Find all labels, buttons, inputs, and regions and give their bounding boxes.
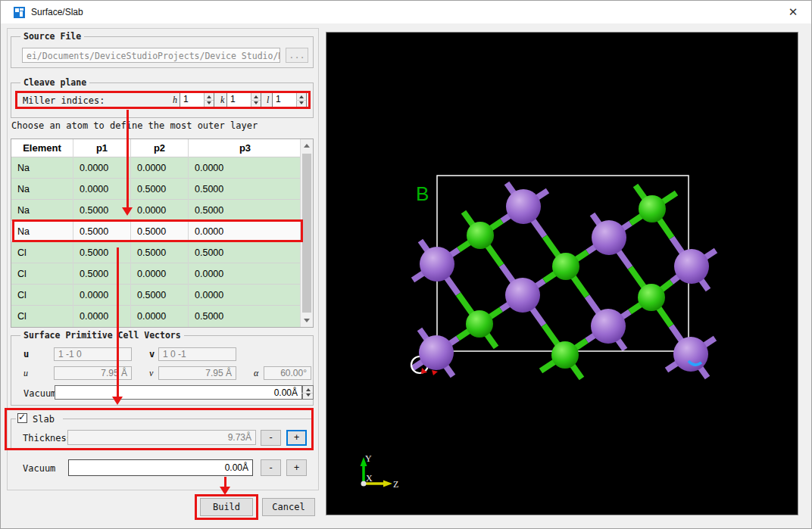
slab-checkbox-label: Slab — [33, 414, 55, 425]
na-atom[interactable] — [420, 247, 454, 282]
v-vector-field: 1 0 -1 — [158, 347, 236, 361]
header-p1: p1 — [73, 139, 131, 157]
na-atom[interactable] — [674, 249, 709, 284]
vacuum-bottom-label: Vacuum — [23, 463, 55, 474]
miller-l-spinbox[interactable]: 1 — [272, 92, 307, 107]
app-icon — [14, 7, 25, 18]
vacuum-top-spinner[interactable] — [302, 385, 314, 400]
table-row[interactable]: Cl0.50000.50000.5000 — [11, 242, 300, 263]
spin-up-icon[interactable] — [207, 95, 211, 98]
u-length-label: u — [23, 368, 28, 379]
cl-atom[interactable] — [639, 195, 666, 222]
cl-atom[interactable] — [552, 253, 579, 280]
axis-triad: Y X Z — [361, 453, 399, 490]
cleave-plane-group-label: Cleave plane — [20, 77, 89, 88]
spin-up-icon[interactable] — [299, 95, 304, 98]
y-axis-label: Y — [365, 453, 372, 464]
thickness-field: 9.73Å — [67, 430, 256, 445]
u-length-field: 7.95 Å — [54, 366, 132, 380]
scroll-up-button[interactable] — [301, 139, 313, 152]
scroll-down-icon — [304, 319, 310, 322]
miller-indices-label: Miller indices: — [23, 95, 105, 106]
atom-table[interactable]: Element p1 p2 p3 Na0.00000.00000.0000 Na… — [11, 138, 314, 328]
na-atom[interactable] — [505, 278, 540, 313]
cl-atom[interactable] — [638, 284, 665, 311]
miller-l-label: l — [267, 95, 269, 106]
table-row[interactable]: Cl0.00000.00000.5000 — [11, 306, 300, 327]
na-atom[interactable] — [506, 189, 541, 224]
x-axis-label: X — [366, 473, 373, 484]
alpha-field: 60.00° — [264, 366, 311, 380]
cancel-button[interactable]: Cancel — [262, 498, 315, 516]
scrollbar-thumb[interactable] — [302, 154, 311, 313]
na-atom[interactable] — [592, 220, 626, 255]
na-atom[interactable] — [419, 335, 454, 370]
table-header: Element p1 p2 p3 — [11, 139, 300, 157]
table-caption: Choose an atom to define the most outer … — [11, 120, 258, 131]
thickness-label: Thickness — [23, 433, 72, 443]
v-length-label: v — [149, 368, 153, 379]
cl-atom[interactable] — [467, 222, 494, 249]
u-vector-label: u — [23, 349, 29, 359]
cell-b-label: B — [416, 182, 429, 205]
cl-atom[interactable] — [466, 310, 493, 338]
header-p2: p2 — [131, 139, 189, 157]
vacuum-top-label: Vacuum — [23, 388, 56, 399]
table-row[interactable]: Na0.00000.00000.0000 — [11, 157, 300, 179]
vacuum-top-field[interactable]: 0.00Å — [55, 385, 302, 400]
scroll-down-button[interactable] — [301, 314, 313, 327]
spin-up-icon[interactable] — [306, 388, 311, 391]
spin-down-icon[interactable] — [207, 101, 211, 104]
source-file-path-field: ei/Documents/DeviceStudioProjects/Device… — [22, 48, 280, 63]
miller-k-label: k — [220, 95, 224, 106]
table-row[interactable]: Cl0.50000.00000.0000 — [11, 263, 300, 285]
z-axis-arrow-icon — [383, 481, 392, 487]
spin-up-icon[interactable] — [254, 95, 258, 98]
table-row[interactable]: Na0.00000.50000.5000 — [11, 179, 300, 200]
cell-vectors-group-label: Surface Primitive Cell Vectors — [20, 330, 184, 341]
cl-atom[interactable] — [551, 341, 579, 369]
browse-button: ... — [286, 48, 308, 63]
thickness-plus-button[interactable]: + — [286, 430, 307, 446]
surface-slab-dialog: { "window": { "title": "Surface/Slab", "… — [0, 0, 812, 529]
z-axis-label: Z — [393, 479, 398, 490]
table-row[interactable]: Cl0.00000.50000.0000 — [11, 285, 300, 306]
header-element: Element — [11, 139, 73, 157]
header-p3: p3 — [189, 139, 301, 157]
miller-h-label: h — [173, 95, 177, 106]
build-button[interactable]: Build — [200, 498, 253, 516]
source-file-group-label: Source File — [20, 31, 84, 42]
u-vector-field: 1 -1 0 — [54, 347, 132, 361]
slab-checkbox[interactable]: ✓ — [17, 413, 27, 423]
window-title: Surface/Slab — [31, 7, 83, 17]
thickness-minus-button[interactable]: - — [261, 430, 281, 446]
spin-down-icon[interactable] — [254, 101, 258, 104]
v-length-field: 7.95 Å — [158, 366, 236, 380]
miller-h-spinbox[interactable]: 1 — [180, 92, 214, 107]
structure-viewport[interactable]: B Y X Z — [326, 32, 798, 515]
table-row[interactable]: Na0.50000.00000.5000 — [11, 200, 300, 221]
table-row-selected[interactable]: Na0.50000.50000.0000 — [11, 221, 300, 242]
scroll-up-icon — [304, 144, 310, 148]
crystal-scene: B Y X Z — [326, 33, 798, 515]
v-vector-label: v — [149, 349, 155, 359]
vacuum-plus-button[interactable]: + — [286, 459, 307, 476]
vacuum-minus-button[interactable]: - — [261, 459, 281, 476]
vacuum-bottom-field[interactable]: 0.00Å — [68, 459, 253, 476]
spin-down-icon[interactable] — [299, 101, 304, 104]
miller-k-spinbox[interactable]: 1 — [226, 92, 261, 107]
alpha-label: α — [254, 368, 258, 379]
na-atom[interactable] — [591, 309, 626, 344]
na-atom[interactable] — [673, 337, 708, 372]
close-button[interactable]: ✕ — [778, 1, 808, 23]
spin-down-icon[interactable] — [306, 394, 311, 397]
title-bar: Surface/Slab ✕ — [1, 1, 812, 23]
table-scrollbar[interactable] — [300, 139, 313, 327]
